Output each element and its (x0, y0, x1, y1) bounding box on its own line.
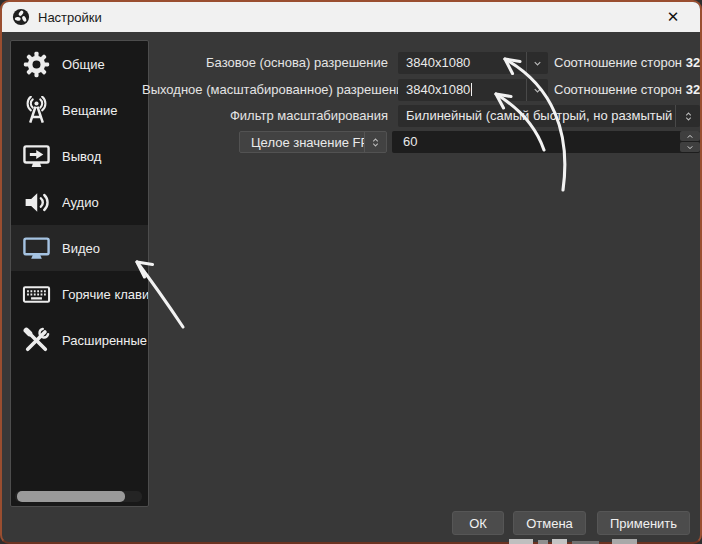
sidebar-item-output[interactable]: Вывод (11, 133, 148, 179)
aspect-label: Соотношение сторон (554, 55, 682, 70)
taskbar-icon-peek (538, 540, 548, 544)
output-resolution-label: Выходное (масштабированное) разрешение (142, 79, 388, 101)
spin-up-button[interactable] (680, 131, 700, 141)
base-resolution-label: Базовое (основа) разрешение (142, 52, 388, 74)
sidebar-item-label: Расширенные (62, 333, 148, 348)
sidebar: ОбщиеВещаниеВыводАудиоВидеоГорячие клави… (10, 40, 149, 507)
aspect-label: Соотношение сторон (554, 82, 682, 97)
text-cursor (471, 83, 472, 96)
taskbar-icon-peek (509, 539, 533, 544)
chevron-down-icon[interactable] (526, 52, 548, 74)
fps-value-spinbox[interactable]: 60 (392, 131, 700, 153)
monitor-icon (19, 233, 53, 263)
sidebar-item-stream[interactable]: Вещание (11, 87, 148, 133)
base-resolution-value: 3840x1080 (398, 52, 526, 74)
titlebar[interactable]: Настройки ✕ (2, 2, 700, 32)
sidebar-item-label: Вещание (62, 103, 148, 118)
fps-value: 60 (392, 131, 680, 153)
aspect-value: 32:9 (686, 55, 702, 70)
output-resolution-combobox[interactable]: 3840x1080 (398, 79, 548, 101)
updown-chevrons-icon[interactable] (675, 105, 700, 127)
sidebar-item-label: Видео (62, 241, 148, 256)
fps-mode-value: Целое значение FPS (240, 132, 364, 152)
fps-mode-combobox[interactable]: Целое значение FPS (239, 131, 387, 153)
taskbar-icon-peek (612, 539, 637, 544)
sidebar-item-label: Общие (62, 57, 148, 72)
keyboard-icon (19, 279, 53, 309)
taskbar-icon-peek (552, 539, 567, 544)
spin-down-button[interactable] (680, 142, 700, 152)
apply-button[interactable]: Применить (597, 511, 690, 535)
chevron-down-icon[interactable] (526, 79, 548, 101)
sidebar-item-video[interactable]: Видео (11, 225, 148, 271)
sidebar-item-label: Горячие клавиши (62, 287, 148, 302)
settings-window: Настройки ✕ ОбщиеВещаниеВыводАудиоВидеоГ… (0, 0, 702, 544)
sidebar-horizontal-scrollbar (15, 491, 142, 502)
close-button[interactable]: ✕ (658, 5, 688, 29)
output-icon (19, 141, 53, 171)
updown-chevrons-icon[interactable] (364, 132, 386, 152)
sidebar-item-label: Аудио (62, 195, 148, 210)
sidebar-item-general[interactable]: Общие (11, 41, 148, 87)
window-title: Настройки (38, 10, 658, 25)
sidebar-item-advanced[interactable]: Расширенные (11, 317, 148, 363)
sidebar-item-audio[interactable]: Аудио (11, 179, 148, 225)
sidebar-list: ОбщиеВещаниеВыводАудиоВидеоГорячие клави… (11, 41, 148, 363)
speaker-icon (19, 187, 53, 217)
tools-icon (19, 325, 53, 355)
broadcast-icon (19, 95, 53, 125)
gear-icon (19, 49, 53, 79)
sidebar-item-hotkeys[interactable]: Горячие клавиши (11, 271, 148, 317)
fps-spinner (680, 131, 700, 153)
ok-button[interactable]: ОК (452, 511, 504, 535)
aspect-value: 32:9 (686, 82, 702, 97)
scrollbar-thumb[interactable] (17, 491, 125, 502)
output-resolution-value: 3840x1080 (398, 79, 526, 101)
sidebar-item-label: Вывод (62, 149, 148, 164)
obs-logo-icon (12, 8, 30, 26)
base-resolution-combobox[interactable]: 3840x1080 (398, 52, 548, 74)
base-aspect-ratio: Соотношение сторон 32:9 (554, 52, 702, 74)
output-aspect-ratio: Соотношение сторон 32:9 (554, 79, 702, 101)
cancel-button[interactable]: Отмена (513, 511, 586, 535)
downscale-filter-value: Билинейный (самый быстрый, но размытый п… (398, 105, 675, 127)
downscale-filter-select[interactable]: Билинейный (самый быстрый, но размытый п… (398, 105, 700, 127)
downscale-filter-label: Фильтр масштабирования (142, 105, 388, 127)
